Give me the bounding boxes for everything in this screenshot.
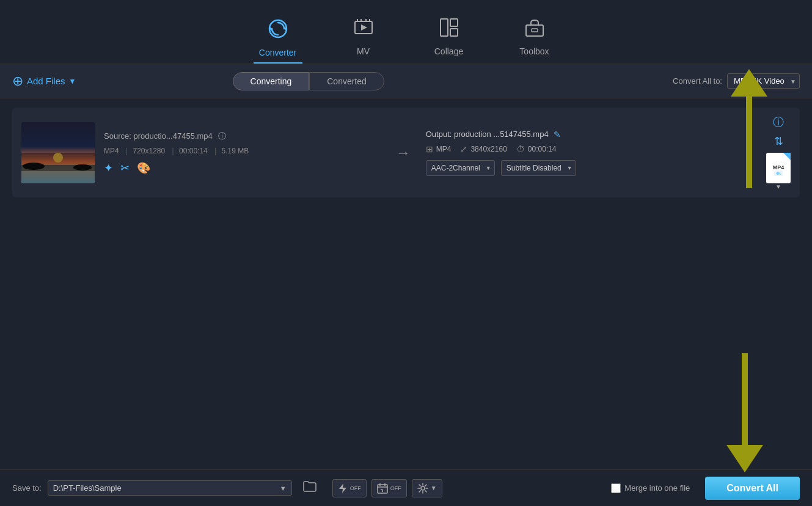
converter-icon	[267, 18, 289, 44]
output-controls: AAC-2Channel AAC-6Channel MP3 Subtitle D…	[426, 160, 754, 176]
svg-rect-9	[450, 19, 458, 26]
add-files-caret: ▼	[69, 77, 76, 86]
folder-icon-button[interactable]	[298, 479, 321, 497]
path-input-wrapper[interactable]: ▼	[48, 480, 292, 496]
nav-item-mv[interactable]: MV	[339, 16, 388, 64]
edit-output-icon[interactable]: ✎	[554, 130, 561, 139]
flash-tool-btn[interactable]: OFF	[332, 479, 367, 497]
path-caret[interactable]: ▼	[280, 485, 287, 492]
nav-item-toolbox[interactable]: Toolbox	[510, 16, 559, 64]
bottom-bar: Save to: ▼ OFF OFF	[0, 469, 812, 506]
save-path-input[interactable]	[53, 483, 280, 493]
source-duration: 00:00:14	[179, 147, 208, 155]
source-prefix: Source:	[104, 131, 133, 141]
nav-item-converter[interactable]: Converter	[254, 18, 302, 64]
bottom-tools: OFF OFF ▼	[332, 479, 442, 497]
nav-label-converter: Converter	[259, 48, 296, 57]
badge-corner	[783, 153, 791, 160]
output-filename: Output: production ...5147455.mp4	[426, 130, 549, 139]
tab-converting[interactable]: Converting	[233, 72, 310, 90]
settings-caret: ▼	[431, 485, 437, 491]
add-files-button[interactable]: ⊕ Add Files ▼	[12, 73, 76, 89]
merge-checkbox[interactable]	[611, 483, 621, 493]
source-format: MP4	[104, 147, 119, 155]
badge-format-text: MP4	[773, 164, 785, 170]
subtitle-select[interactable]: Subtitle Disabled Subtitle Enabled	[501, 160, 576, 176]
mv-icon	[353, 16, 375, 43]
format-select[interactable]: MP4 4K Video MP4 1080p MP4 720p AVI MKV	[727, 73, 800, 89]
source-resolution: 720x1280	[133, 147, 166, 155]
svg-rect-8	[441, 19, 448, 36]
output-duration-spec: ⏱ 00:00:14	[516, 144, 557, 154]
merge-label: Merge into one file	[624, 483, 690, 493]
toolbox-icon	[524, 16, 546, 43]
badge-caret[interactable]: ▼	[775, 183, 781, 190]
toolbar: ⊕ Add Files ▼ Converting Converted Conve…	[0, 64, 812, 98]
collage-icon	[438, 16, 460, 43]
svg-point-16	[23, 163, 45, 170]
format-badge-img[interactable]: MP4 4K	[766, 153, 791, 183]
cut-icon[interactable]: ✂	[120, 161, 130, 175]
video-thumbnail	[21, 122, 95, 183]
main-content: Source: productio...47455.mp4 ⓘ MP4 | 72…	[0, 98, 812, 453]
svg-rect-11	[526, 25, 543, 36]
svg-rect-12	[532, 29, 538, 32]
nav-label-toolbox: Toolbox	[519, 46, 549, 56]
plus-icon: ⊕	[12, 73, 23, 89]
format-select-wrapper[interactable]: MP4 4K Video MP4 1080p MP4 720p AVI MKV	[727, 73, 800, 89]
audio-channel-select[interactable]: AAC-2Channel AAC-6Channel MP3	[426, 160, 495, 176]
output-format-spec: ⊞ MP4	[426, 144, 452, 154]
item-settings-icon[interactable]: ⇅	[774, 134, 783, 148]
source-file-info: Source: productio...47455.mp4 ⓘ MP4 | 72…	[95, 131, 387, 175]
output-duration-value: 00:00:14	[528, 145, 557, 153]
source-filename: productio...47455.mp4	[133, 131, 212, 141]
schedule-tool-btn[interactable]: OFF	[371, 479, 407, 497]
svg-point-14	[53, 153, 63, 163]
settings-tool-btn[interactable]: ▼	[412, 479, 442, 497]
subtitle-wrapper[interactable]: Subtitle Disabled Subtitle Enabled	[501, 160, 576, 176]
output-resolution-spec: ⤢ 3840x2160	[460, 144, 507, 154]
add-files-label: Add Files	[27, 76, 65, 86]
item-right-icons: ⓘ ⇅ MP4 4K ▼	[760, 115, 791, 190]
audio-channel-wrapper[interactable]: AAC-2Channel AAC-6Channel MP3	[426, 160, 495, 176]
svg-rect-15	[21, 165, 95, 183]
file-meta: MP4 | 720x1280 | 00:00:14 | 5.19 MB	[104, 147, 378, 155]
output-label-row: Output: production ...5147455.mp4 ✎	[426, 130, 754, 139]
top-navigation: Converter MV Collage	[0, 0, 812, 64]
source-info-icon[interactable]: ⓘ	[218, 131, 226, 141]
output-specs: ⊞ MP4 ⤢ 3840x2160 ⏱ 00:00:14	[426, 144, 754, 154]
badge-4k-text: 4K	[774, 170, 783, 176]
convert-all-to-label: Convert All to:	[673, 76, 722, 86]
palette-icon[interactable]: 🎨	[137, 161, 150, 175]
file-item: Source: productio...47455.mp4 ⓘ MP4 | 72…	[12, 108, 800, 197]
schedule-off-label: OFF	[390, 485, 401, 491]
output-section: Output: production ...5147455.mp4 ✎ ⊞ MP…	[420, 130, 760, 176]
star-icon[interactable]: ✦	[104, 161, 113, 175]
action-icons: ✦ ✂ 🎨	[104, 161, 378, 175]
tab-group: Converting Converted	[233, 72, 384, 90]
flash-off-label: OFF	[350, 485, 361, 491]
format-badge: MP4 4K ▼	[766, 153, 791, 190]
svg-point-29	[421, 486, 425, 490]
source-label-row: Source: productio...47455.mp4 ⓘ	[104, 131, 378, 142]
tab-converted[interactable]: Converted	[309, 72, 384, 90]
convert-arrow: →	[387, 144, 420, 161]
nav-label-collage: Collage	[434, 46, 463, 56]
source-filesize: 5.19 MB	[222, 147, 249, 155]
item-info-icon[interactable]: ⓘ	[773, 115, 784, 130]
output-format-value: MP4	[436, 145, 452, 153]
svg-marker-22	[339, 483, 346, 493]
svg-rect-10	[450, 29, 458, 36]
nav-label-mv: MV	[357, 46, 370, 56]
save-to-label: Save to:	[12, 483, 42, 493]
svg-point-17	[73, 164, 92, 170]
merge-option: Merge into one file	[611, 483, 690, 493]
convert-all-to-group: Convert All to: MP4 4K Video MP4 1080p M…	[673, 73, 800, 89]
output-resolution-value: 3840x2160	[470, 145, 507, 153]
nav-item-collage[interactable]: Collage	[425, 16, 474, 64]
thumbnail-image	[21, 122, 95, 183]
convert-all-button[interactable]: Convert All	[705, 477, 800, 500]
